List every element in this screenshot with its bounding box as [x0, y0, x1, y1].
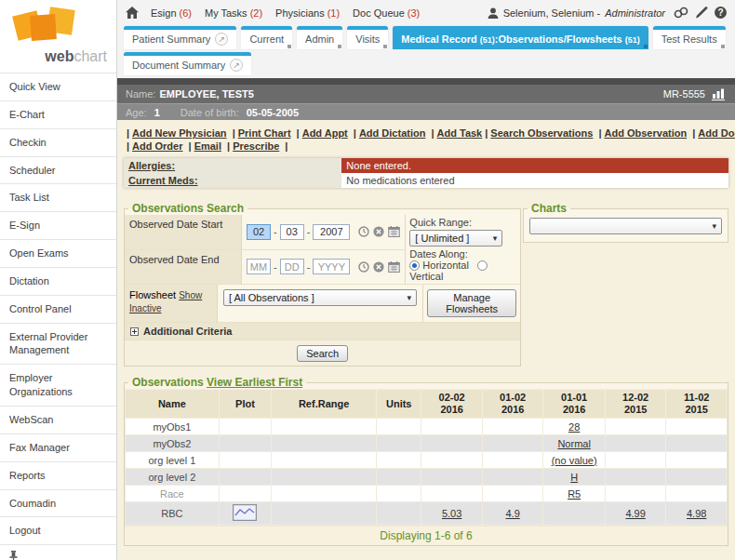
link-search-observations[interactable]: Search Observations [490, 127, 593, 139]
tab-admin[interactable]: Admin [297, 26, 342, 49]
tab-label: Patient Summary [132, 33, 210, 45]
clock-icon[interactable] [358, 226, 369, 237]
tab-document-summary[interactable]: Document Summary ↗ [124, 52, 251, 75]
sidebar-item-e-sign[interactable]: E-Sign [0, 211, 116, 239]
date-separator: - [274, 261, 277, 273]
link-icon[interactable] [674, 7, 688, 19]
link-add-task[interactable]: Add Task [437, 127, 483, 139]
calendar-icon[interactable] [388, 261, 400, 273]
sparkline-plot-icon[interactable] [233, 504, 257, 521]
sidebar-item-control-panel[interactable]: Control Panel [0, 295, 116, 323]
date-start-label: Observed Date Start [125, 215, 242, 250]
sidebar-item-employer-organizations[interactable]: Employer Organizations [0, 364, 116, 406]
observation-value-link[interactable]: 4.99 [625, 508, 645, 519]
date-end-month-input[interactable] [247, 259, 271, 274]
sidebar-item-reports[interactable]: Reports [0, 461, 116, 489]
link-add-appt[interactable]: Add Appt [302, 127, 348, 139]
units-cell [377, 419, 421, 435]
plot-cell [219, 469, 271, 486]
sidebar-item-task-list[interactable]: Task List [0, 183, 116, 211]
observation-name: Race [126, 486, 220, 502]
separator: | [227, 140, 230, 152]
topnav-physicians[interactable]: Physicians (1) [275, 7, 340, 19]
link-email[interactable]: Email [194, 140, 221, 152]
popout-icon[interactable]: ↗ [230, 59, 243, 72]
tab-label: Visits [355, 33, 380, 45]
clear-icon[interactable] [373, 226, 384, 237]
bar-chart-icon[interactable] [712, 88, 727, 100]
sidebar-item-quick-view[interactable]: Quick View [0, 73, 116, 100]
date-start-tools [358, 226, 400, 237]
tab-test-results[interactable]: Test Results [653, 26, 726, 49]
sidebar-item-coumadin[interactable]: Coumadin [0, 489, 116, 517]
tab-visits[interactable]: Visits [347, 26, 388, 49]
date-end-year-input[interactable] [313, 259, 350, 274]
manage-flowsheets-cell: Manage Flowsheets [422, 285, 520, 323]
calendar-icon[interactable] [388, 226, 400, 237]
clear-icon[interactable] [373, 261, 384, 273]
observation-value-link[interactable]: 4.9 [506, 508, 520, 519]
tab-medical-record-observations[interactable]: Medical Record (51):Observations/Flowshe… [393, 26, 648, 49]
link-prescribe[interactable]: Prescribe [233, 140, 279, 152]
search-button[interactable]: Search [297, 345, 348, 362]
observation-value-link[interactable]: 5.03 [442, 508, 461, 519]
observation-value-link[interactable]: 4.98 [687, 508, 706, 519]
link-add-dictation[interactable]: Add Dictation [359, 127, 426, 139]
observation-value-link[interactable]: 28 [568, 421, 580, 433]
topnav-doc-queue-label: Doc Queue [353, 7, 405, 19]
sidebar-item-fax-manager[interactable]: Fax Manager [0, 433, 116, 461]
link-add-document[interactable]: Add Document [698, 127, 735, 139]
sidebar-item-dictation[interactable]: Dictation [0, 267, 116, 295]
popout-icon[interactable]: ↗ [215, 33, 228, 46]
sidebar-item-e-chart[interactable]: E-Chart [0, 100, 116, 128]
sidebar-item-logout[interactable]: Logout [0, 516, 116, 544]
current-meds-link[interactable]: Current Meds: [128, 175, 198, 186]
sidebar-pin-toggle[interactable] [0, 544, 116, 560]
observation-value-link[interactable]: Normal [557, 438, 590, 449]
charts-select[interactable]: ▾ [529, 218, 722, 234]
link-add-order[interactable]: Add Order [132, 140, 182, 152]
table-row: org level 2 H [126, 469, 728, 486]
tab-patient-summary[interactable]: Patient Summary ↗ [124, 26, 236, 49]
sidebar-item-webscan[interactable]: WebScan [0, 406, 116, 433]
sidebar-item-scheduler[interactable]: Scheduler [0, 156, 116, 184]
tab-current[interactable]: Current [241, 26, 292, 49]
manage-flowsheets-button[interactable]: Manage Flowsheets [427, 289, 516, 317]
date-end-day-input[interactable] [280, 259, 304, 274]
table-row: myObs1 28 [126, 419, 728, 435]
pencil-icon[interactable] [695, 7, 708, 19]
observation-value-link[interactable]: (no value) [552, 455, 597, 466]
flowsheet-select[interactable]: [ All Observations ] ▾ [223, 289, 417, 306]
radio-horizontal[interactable]: Horizontal [409, 260, 469, 271]
allergies-row: Allergies: None entered. [124, 158, 728, 173]
sidebar-item-open-exams[interactable]: Open Exams [0, 239, 116, 267]
observation-value-link[interactable]: H [570, 472, 578, 483]
link-print-chart[interactable]: Print Chart [238, 127, 291, 139]
quick-range-select[interactable]: [ Unlimited ] ▾ [409, 230, 502, 247]
topnav-esign-count: (6) [180, 7, 192, 19]
sidebar-item-external-provider-management[interactable]: External Provider Management [0, 323, 116, 365]
topnav-doc-queue[interactable]: Doc Queue (3) [353, 7, 420, 19]
sidebar-item-checkin[interactable]: Checkin [0, 128, 116, 156]
topnav-my-tasks[interactable]: My Tasks (2) [205, 7, 262, 19]
home-icon[interactable] [126, 7, 139, 19]
view-earliest-first-link[interactable]: View Earliest First [207, 376, 302, 389]
dob-label: Date of birth: [180, 107, 239, 118]
topnav-esign[interactable]: Esign (6) [151, 7, 192, 19]
column-header-date: 01-022016 [482, 390, 543, 419]
additional-criteria-toggle[interactable]: Additional Criteria [125, 323, 520, 340]
link-add-observation[interactable]: Add Observation [605, 127, 688, 139]
allergies-link[interactable]: Allergies: [128, 160, 175, 171]
observations-search-panel: Observations Search Observed Date Start … [124, 202, 521, 367]
date-start-month-input[interactable] [247, 224, 271, 240]
link-add-new-physician[interactable]: Add New Physician [132, 127, 226, 139]
sidebar-menu: Quick View E-Chart Checkin Scheduler Tas… [0, 73, 116, 560]
separator: | [354, 127, 356, 139]
observation-name: org level 2 [126, 469, 220, 486]
logo-diamond [30, 14, 57, 41]
observation-value-link[interactable]: R5 [568, 488, 581, 500]
clock-icon[interactable] [358, 261, 369, 273]
date-start-day-input[interactable] [280, 224, 304, 240]
help-icon[interactable]: ? [715, 7, 727, 19]
date-start-year-input[interactable] [313, 224, 350, 240]
